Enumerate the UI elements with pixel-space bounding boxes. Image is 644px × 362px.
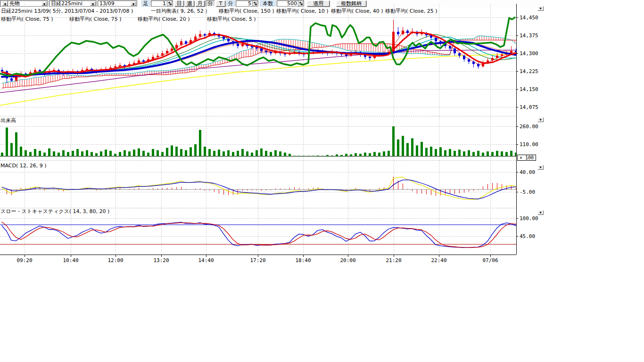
svg-text:100.00: 100.00 xyxy=(520,215,538,222)
chevron-down-icon: ▼ xyxy=(539,165,542,169)
volume-scale-dropdown-button[interactable]: ▼ xyxy=(537,117,544,122)
svg-text:17:20: 17:20 xyxy=(250,257,265,263)
svg-text:14,225: 14,225 xyxy=(520,68,538,74)
svg-text:110.00: 110.00 xyxy=(520,141,538,148)
macd-pane-label: MACD( 12, 26, 9 ) xyxy=(0,163,47,169)
svg-text:14,150: 14,150 xyxy=(520,86,538,92)
svg-text:22:40: 22:40 xyxy=(431,257,446,263)
svg-text:18:40: 18:40 xyxy=(295,257,311,263)
svg-text:-5.00: -5.00 xyxy=(520,189,535,195)
svg-text:09:20: 09:20 xyxy=(17,257,32,263)
svg-text:14:40: 14:40 xyxy=(198,257,214,263)
svg-text:260.00: 260.00 xyxy=(520,123,538,130)
volume-pane-label: 出来高 xyxy=(0,117,16,124)
main-scale-dropdown-button[interactable]: ▼ xyxy=(537,6,544,11)
svg-text:07/06: 07/06 xyxy=(482,257,498,263)
svg-text:21:20: 21:20 xyxy=(386,257,401,263)
svg-text:14,375: 14,375 xyxy=(520,33,538,39)
stoch-scale-dropdown-button[interactable]: ▼ xyxy=(537,210,544,215)
stoch-pane-label: スロー・ストキャスティクス( 14, 3, 80, 20 ) xyxy=(0,208,109,215)
svg-text:14,075: 14,075 xyxy=(520,104,538,110)
chevron-down-icon: ▼ xyxy=(539,7,542,10)
svg-text:10:40: 10:40 xyxy=(63,257,78,263)
svg-text:14,300: 14,300 xyxy=(520,50,538,57)
main-pane xyxy=(0,17,544,106)
svg-text:40.00: 40.00 xyxy=(520,169,535,175)
volume-multiplier-badge: × 100 xyxy=(517,155,536,161)
macd-scale-dropdown-button[interactable]: ▼ xyxy=(537,165,544,170)
chevron-down-icon: ▼ xyxy=(539,211,542,214)
svg-text:45.00: 45.00 xyxy=(520,233,535,239)
svg-text:13:20: 13:20 xyxy=(153,257,169,263)
svg-text:14,450: 14,450 xyxy=(520,15,538,21)
svg-text:12:00: 12:00 xyxy=(107,257,123,263)
chart-app-window: ▼ 先物▼ 日経225mini▼ 13/09▼ 足 1 日 週 月 分 T 分 … xyxy=(0,0,544,269)
chevron-down-icon: ▼ xyxy=(539,118,542,121)
macd-pane xyxy=(0,177,516,199)
svg-text:20:00: 20:00 xyxy=(340,257,355,263)
volume-bars xyxy=(0,126,517,156)
chart-canvas: 09:2010:4012:0013:2014:4017:2018:4020:00… xyxy=(0,0,544,269)
